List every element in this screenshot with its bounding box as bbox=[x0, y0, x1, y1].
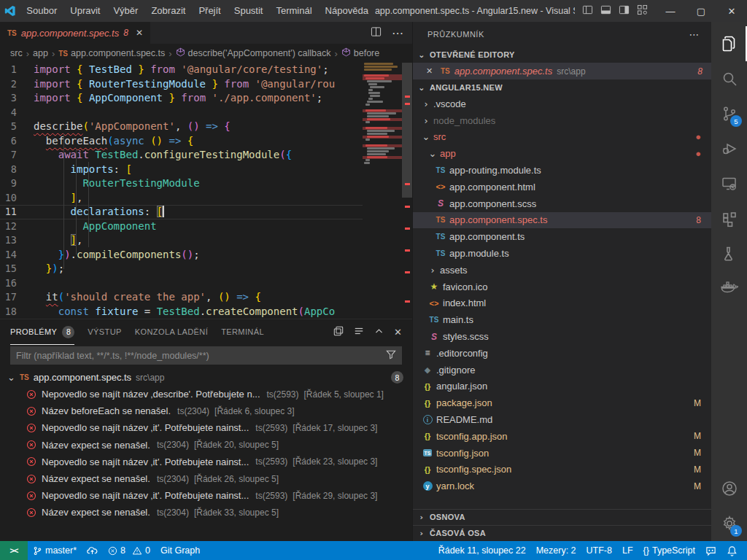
panel-tab-konzola-lad-n-[interactable]: KONZOLA LADĚNÍ bbox=[135, 319, 208, 345]
breadcrumb-item[interactable]: src bbox=[10, 48, 23, 58]
activity-extensions-icon[interactable] bbox=[711, 201, 747, 236]
tree-file-.editorconfig[interactable]: ≡.editorconfig bbox=[413, 345, 711, 362]
customize-layout-icon[interactable] bbox=[637, 4, 648, 18]
tab-close-icon[interactable]: ✕ bbox=[136, 28, 143, 38]
code-line-4[interactable]: 4 bbox=[0, 106, 363, 120]
toggle-sidebar-icon[interactable] bbox=[582, 4, 593, 18]
close-icon[interactable]: ✕ bbox=[426, 66, 436, 76]
tree-file-app-routing.module.ts[interactable]: TSapp-routing.module.ts bbox=[413, 162, 711, 179]
code-line-11[interactable]: 11 declarations: [ bbox=[0, 205, 363, 219]
account-icon[interactable] bbox=[711, 471, 747, 506]
minimap[interactable] bbox=[363, 63, 402, 319]
tree-file-app.module.ts[interactable]: TSapp.module.ts bbox=[413, 245, 711, 262]
problem-item[interactable]: Název expect se nenašel.ts(2304)[Řádek 2… bbox=[0, 470, 412, 487]
tree-file-main.ts[interactable]: TSmain.ts bbox=[413, 311, 711, 328]
tree-file-package.json[interactable]: {}package.jsonM bbox=[413, 394, 711, 411]
panel-tab-v-stup[interactable]: VÝSTUP bbox=[88, 319, 121, 345]
scrollbar-thumb[interactable] bbox=[402, 63, 412, 198]
breadcrumb-item[interactable]: before bbox=[341, 47, 379, 59]
maximize-button[interactable]: ▢ bbox=[686, 0, 716, 22]
open-editor-item[interactable]: ✕ TS app.component.spec.ts src\app 8 bbox=[413, 63, 711, 79]
code-line-9[interactable]: 9 RouterTestingModule bbox=[0, 176, 363, 191]
remote-indicator[interactable]: >< bbox=[0, 541, 28, 560]
panel-tab-termin-l[interactable]: TERMINÁL bbox=[221, 319, 264, 345]
code-line-1[interactable]: 1import { TestBed } from '@angular/core/… bbox=[0, 63, 363, 77]
tree-file-styles.scss[interactable]: Sstyles.scss bbox=[413, 328, 711, 345]
tree-file-app.component.ts[interactable]: TSapp.component.ts bbox=[413, 228, 711, 245]
menu-soubor[interactable]: Soubor bbox=[20, 0, 63, 22]
activity-testing-icon[interactable] bbox=[711, 236, 747, 271]
code-line-18[interactable]: 18 const fixture = TestBed.createCompone… bbox=[0, 305, 363, 319]
close-panel-icon[interactable]: ✕ bbox=[394, 327, 402, 338]
code-line-7[interactable]: 7 await TestBed.configureTestingModule({ bbox=[0, 148, 363, 163]
cursor-position-item[interactable]: Řádek 11, sloupec 22 bbox=[433, 541, 531, 560]
problem-item[interactable]: Název expect se nenašel.ts(2304)[Řádek 3… bbox=[0, 504, 412, 521]
explorer-more-actions-icon[interactable]: ⋯ bbox=[689, 28, 700, 40]
tree-file-.gitignore[interactable]: ◆.gitignore bbox=[413, 362, 711, 378]
tree-folder-src[interactable]: ⌄src● bbox=[413, 129, 711, 146]
tree-file-tsconfig.json[interactable]: TStsconfig.jsonM bbox=[413, 445, 711, 462]
outline-section-header[interactable]: › OSNOVA bbox=[413, 509, 711, 525]
menu-výběr[interactable]: Výběr bbox=[107, 0, 144, 22]
tree-file-app.component.scss[interactable]: Sapp.component.scss bbox=[413, 195, 711, 212]
maximize-panel-icon[interactable] bbox=[374, 326, 384, 339]
code-line-12[interactable]: 12 AppComponent bbox=[0, 219, 363, 234]
tree-file-tsconfig.app.json[interactable]: {}tsconfig.app.jsonM bbox=[413, 428, 711, 445]
tree-file-app.component.spec.ts[interactable]: TSapp.component.spec.ts8 bbox=[413, 212, 711, 229]
minimize-button[interactable]: — bbox=[655, 0, 686, 22]
code-line-5[interactable]: 5describe('AppComponent', () => { bbox=[0, 120, 363, 134]
notifications-bell-icon[interactable] bbox=[721, 541, 743, 560]
tree-file-favicon.ico[interactable]: ★favicon.ico bbox=[413, 279, 711, 295]
language-mode-item[interactable]: {} TypeScript bbox=[638, 541, 700, 560]
code-line-13[interactable]: 13 ], bbox=[0, 233, 363, 248]
project-section-header[interactable]: ⌄ ANGULAR15.NEW bbox=[413, 79, 711, 96]
code-line-16[interactable]: 16 bbox=[0, 276, 363, 291]
code-line-15[interactable]: 15 }); bbox=[0, 262, 363, 276]
encoding-item[interactable]: UTF-8 bbox=[581, 541, 617, 560]
open-editors-section-header[interactable]: ⌄ OTEVŘENÉ EDITORY bbox=[413, 47, 711, 63]
tree-file-angular.json[interactable]: {}angular.json bbox=[413, 378, 711, 395]
close-button[interactable]: ✕ bbox=[716, 0, 747, 22]
problems-status-item[interactable]: 8 0 bbox=[103, 541, 155, 560]
menu-spustit[interactable]: Spustit bbox=[228, 0, 270, 22]
problems-file-group[interactable]: ⌄ TS app.component.spec.ts src\app 8 bbox=[0, 369, 412, 386]
toggle-panel-icon[interactable] bbox=[600, 4, 611, 18]
activity-remote-explorer-icon[interactable] bbox=[711, 166, 747, 201]
problem-item[interactable]: Nepovedlo se najít název ‚it'. Potřebuje… bbox=[0, 487, 412, 504]
open-in-editor-icon[interactable] bbox=[333, 326, 344, 339]
filter-funnel-icon[interactable] bbox=[380, 349, 402, 362]
code-line-8[interactable]: 8 imports: [ bbox=[0, 163, 363, 177]
sync-changes-item[interactable] bbox=[82, 541, 103, 560]
code-line-3[interactable]: 3import { AppComponent } from './app.com… bbox=[0, 91, 363, 106]
code-line-17[interactable]: 17 it('should create the app', () => { bbox=[0, 290, 363, 305]
breadcrumb-item[interactable]: TSapp.component.spec.ts bbox=[58, 48, 165, 58]
timeline-section-header[interactable]: › ČASOVÁ OSA bbox=[413, 525, 711, 541]
code-line-6[interactable]: 6 beforeEach(async () => { bbox=[0, 134, 363, 149]
code-line-14[interactable]: 14 }).compileComponents(); bbox=[0, 248, 363, 262]
problem-item[interactable]: Název beforeEach se nenašel.ts(2304)[Řád… bbox=[0, 402, 412, 419]
tree-file-README.md[interactable]: iREADME.md bbox=[413, 411, 711, 428]
problem-item[interactable]: Nepovedlo se najít název ‚it'. Potřebuje… bbox=[0, 419, 412, 436]
tab-app-component-spec[interactable]: TS app.component.spec.ts 8 ✕ bbox=[0, 22, 150, 44]
git-graph-item[interactable]: Git Graph bbox=[155, 541, 205, 560]
tree-file-app.component.html[interactable]: <>app.component.html bbox=[413, 179, 711, 195]
menu-upravit[interactable]: Upravit bbox=[63, 0, 107, 22]
more-actions-icon[interactable]: ⋯ bbox=[392, 26, 403, 40]
menu-terminál[interactable]: Terminál bbox=[269, 0, 318, 22]
tree-folder-.vscode[interactable]: ›.vscode bbox=[413, 96, 711, 112]
settings-gear-icon[interactable]: 1 bbox=[711, 506, 747, 541]
tree-file-yarn.lock[interactable]: yyarn.lockM bbox=[413, 478, 711, 494]
tree-file-index.html[interactable]: <>index.html bbox=[413, 295, 711, 312]
problem-item[interactable]: Nepovedlo se najít název ‚it'. Potřebuje… bbox=[0, 454, 412, 470]
indentation-item[interactable]: Mezery: 2 bbox=[531, 541, 581, 560]
problem-item[interactable]: Název expect se nenašel.ts(2304)[Řádek 2… bbox=[0, 437, 412, 454]
feedback-icon[interactable] bbox=[700, 541, 721, 560]
editor-scrollbar[interactable] bbox=[402, 63, 412, 319]
panel-tab-probl-my[interactable]: PROBLÉMY8 bbox=[10, 319, 74, 345]
tree-folder-app[interactable]: ⌄app● bbox=[413, 145, 711, 162]
tree-file-tsconfig.spec.json[interactable]: {}tsconfig.spec.jsonM bbox=[413, 462, 711, 478]
activity-explorer-icon[interactable] bbox=[711, 26, 747, 61]
activity-search-icon[interactable] bbox=[711, 61, 747, 96]
activity-run-debug-icon[interactable] bbox=[711, 131, 747, 166]
split-editor-icon[interactable] bbox=[371, 26, 382, 40]
